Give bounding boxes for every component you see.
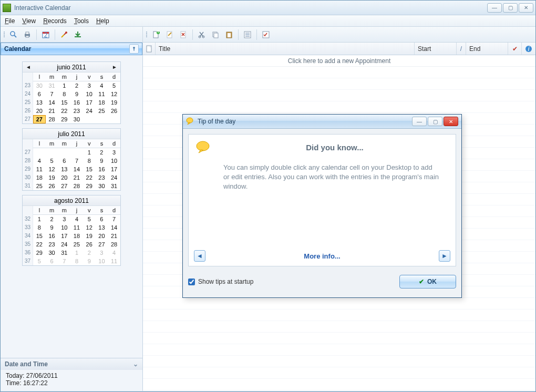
calendar-day[interactable]: 6 bbox=[58, 157, 70, 165]
calendar-day[interactable]: 9 bbox=[83, 257, 96, 265]
calendar-day[interactable]: 20 bbox=[58, 173, 70, 182]
calendar-day[interactable] bbox=[70, 148, 83, 157]
calendar-day[interactable]: 9 bbox=[70, 90, 83, 98]
print-button[interactable] bbox=[22, 29, 33, 40]
search-button[interactable] bbox=[8, 29, 19, 40]
calendar-day[interactable] bbox=[96, 115, 108, 123]
calendar-day[interactable]: 23 bbox=[46, 240, 58, 249]
calendar-day[interactable]: 15 bbox=[33, 232, 46, 240]
cal-month-label[interactable]: julio 2011 bbox=[58, 130, 85, 138]
edit-record-button[interactable] bbox=[164, 29, 176, 40]
calendar-day[interactable] bbox=[108, 115, 120, 123]
tip-next-button[interactable]: ► bbox=[439, 250, 450, 262]
calendar-day[interactable]: 11 bbox=[70, 223, 83, 232]
calendar-day[interactable]: 4 bbox=[108, 249, 120, 257]
calendar-day[interactable]: 19 bbox=[46, 173, 58, 182]
calendar-day[interactable]: 4 bbox=[96, 81, 108, 90]
tip-minimize-button[interactable]: — bbox=[412, 117, 427, 126]
calendar-day[interactable]: 29 bbox=[83, 182, 96, 190]
calendar-day[interactable]: 16 bbox=[70, 98, 83, 107]
column-sort-icon[interactable]: / bbox=[457, 43, 466, 55]
tip-more-link[interactable]: More info... bbox=[205, 252, 439, 260]
calendar-day[interactable]: 29 bbox=[33, 249, 46, 257]
calendar-day[interactable]: 5 bbox=[46, 157, 58, 165]
calendar-day[interactable]: 25 bbox=[70, 240, 83, 249]
calendar-day[interactable]: 10 bbox=[96, 257, 108, 265]
copy-button[interactable] bbox=[210, 29, 221, 40]
column-check-icon[interactable]: ✔ bbox=[508, 43, 522, 55]
calendar-day[interactable]: 18 bbox=[96, 98, 108, 107]
calendar-day[interactable]: 2 bbox=[46, 215, 58, 223]
menu-view[interactable]: View bbox=[22, 17, 36, 25]
calendar-day[interactable]: 9 bbox=[46, 223, 58, 232]
calendar-day[interactable]: 7 bbox=[70, 157, 83, 165]
show-tips-checkbox[interactable]: Show tips at startup bbox=[188, 278, 253, 285]
calendar-day[interactable]: 13 bbox=[96, 223, 108, 232]
calendar-day[interactable]: 22 bbox=[58, 107, 70, 115]
tip-dialog-titlebar[interactable]: Tip of the day — ▢ ✕ bbox=[183, 115, 461, 129]
calendar-day[interactable]: 24 bbox=[83, 107, 96, 115]
list-check-button[interactable] bbox=[242, 29, 253, 40]
calendar-day[interactable]: 3 bbox=[83, 81, 96, 90]
calendar-day[interactable]: 3 bbox=[108, 148, 120, 157]
calendar-day[interactable]: 6 bbox=[96, 215, 108, 223]
calendar-day[interactable]: 31 bbox=[46, 81, 58, 90]
options-button[interactable] bbox=[260, 29, 272, 40]
calendar-day[interactable]: 7 bbox=[46, 90, 58, 98]
datetime-header[interactable]: Date and Time ⌄ bbox=[1, 358, 142, 370]
calendar-day[interactable]: 21 bbox=[108, 232, 120, 240]
calendar-day[interactable]: 1 bbox=[58, 81, 70, 90]
calendar-day[interactable]: 4 bbox=[33, 157, 46, 165]
calendar-day[interactable]: 26 bbox=[46, 182, 58, 190]
calendar-day[interactable]: 18 bbox=[70, 232, 83, 240]
calendar-day[interactable]: 29 bbox=[58, 115, 70, 123]
calendar-day[interactable]: 20 bbox=[33, 107, 46, 115]
tip-maximize-button[interactable]: ▢ bbox=[428, 117, 442, 126]
calendar-day[interactable]: 8 bbox=[58, 90, 70, 98]
calendar-day[interactable]: 28 bbox=[108, 240, 120, 249]
calendar-day[interactable]: 16 bbox=[96, 165, 108, 173]
calendar-day[interactable]: 17 bbox=[58, 232, 70, 240]
tip-close-button[interactable]: ✕ bbox=[444, 117, 458, 126]
calendar-day[interactable]: 19 bbox=[108, 98, 120, 107]
tools-button[interactable] bbox=[58, 29, 70, 40]
calendar-day[interactable]: 5 bbox=[108, 81, 120, 90]
calendar-day[interactable]: 7 bbox=[58, 257, 70, 265]
calendar-day[interactable]: 13 bbox=[33, 98, 46, 107]
calendar-day[interactable]: 25 bbox=[33, 182, 46, 190]
cal-month-label[interactable]: junio 2011 bbox=[57, 64, 86, 71]
column-start[interactable]: Start bbox=[415, 43, 457, 55]
cal-month-label[interactable]: agosto 2011 bbox=[54, 197, 89, 204]
paste-button[interactable] bbox=[223, 29, 235, 40]
calendar-day[interactable]: 2 bbox=[96, 148, 108, 157]
calendar-day[interactable]: 8 bbox=[83, 157, 96, 165]
calendar-day[interactable]: 31 bbox=[58, 249, 70, 257]
calendar-day[interactable]: 8 bbox=[70, 257, 83, 265]
menu-help[interactable]: Help bbox=[96, 17, 109, 25]
calendar-day[interactable]: 23 bbox=[70, 107, 83, 115]
calendar-day[interactable]: 4 bbox=[70, 215, 83, 223]
cal-next-button[interactable]: ► bbox=[112, 64, 117, 70]
calendar-day[interactable] bbox=[58, 148, 70, 157]
calendar-day[interactable]: 21 bbox=[70, 173, 83, 182]
calendar-day[interactable]: 30 bbox=[33, 81, 46, 90]
cut-button[interactable] bbox=[196, 29, 208, 40]
calendar-day[interactable]: 6 bbox=[46, 257, 58, 265]
minimize-button[interactable]: — bbox=[487, 3, 502, 13]
menu-tools[interactable]: Tools bbox=[74, 17, 89, 25]
column-doc-icon[interactable] bbox=[143, 43, 156, 55]
calendar-day[interactable]: 19 bbox=[83, 232, 96, 240]
calendar-day[interactable]: 5 bbox=[33, 257, 46, 265]
calendar-day[interactable]: 8 bbox=[33, 223, 46, 232]
calendar-day[interactable]: 24 bbox=[58, 240, 70, 249]
calendar-day[interactable]: 12 bbox=[108, 90, 120, 98]
calendar-day[interactable]: 30 bbox=[70, 115, 83, 123]
calendar-day[interactable]: 12 bbox=[46, 165, 58, 173]
column-info-icon[interactable]: i bbox=[522, 43, 535, 55]
calendar-day[interactable]: 31 bbox=[108, 182, 120, 190]
calendar-day[interactable]: 27 bbox=[96, 240, 108, 249]
calendar-day[interactable]: 10 bbox=[108, 157, 120, 165]
calendar-day[interactable]: 22 bbox=[33, 240, 46, 249]
calendar-day[interactable] bbox=[33, 148, 46, 157]
calendar-day[interactable]: 28 bbox=[70, 182, 83, 190]
